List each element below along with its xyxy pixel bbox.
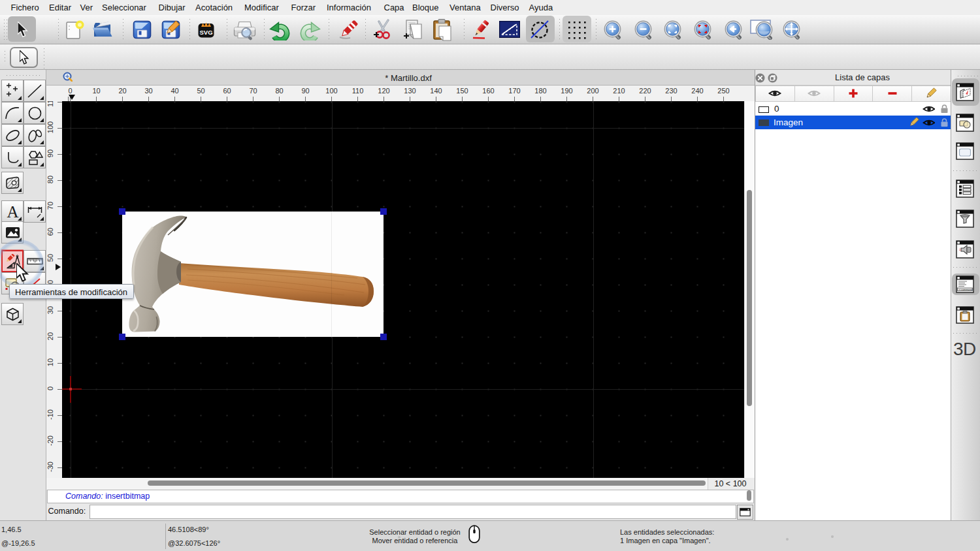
svg-text:SVG: SVG (199, 29, 212, 36)
svg-text:A: A (7, 204, 18, 220)
svg-text:< command: < command (959, 289, 972, 291)
